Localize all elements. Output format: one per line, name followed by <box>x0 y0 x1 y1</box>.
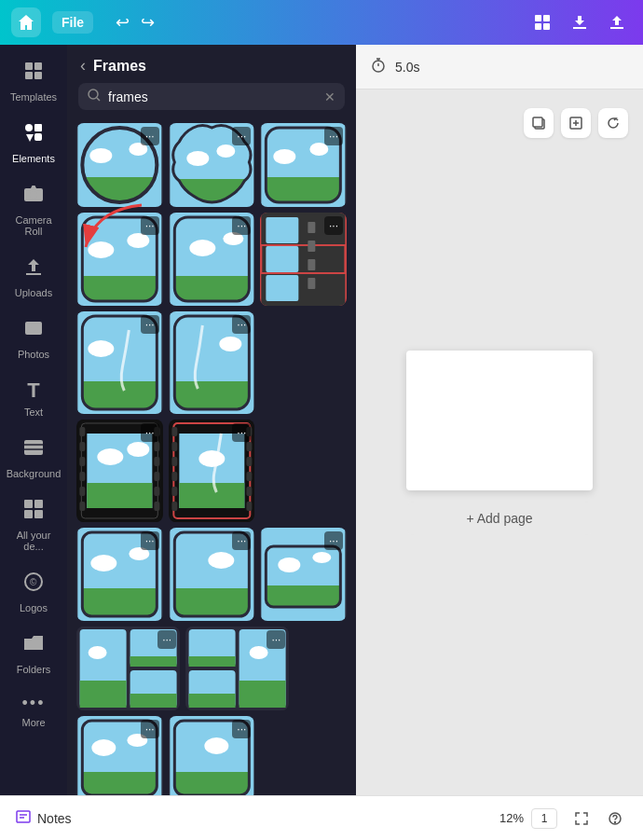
frame-item-landscape-1[interactable]: ··· <box>260 528 347 621</box>
frame-item-portrait-1[interactable]: ··· <box>76 213 163 306</box>
frame-more-5[interactable]: ··· <box>232 216 251 235</box>
sidebar-item-all-your-de[interactable]: All your de... <box>4 490 63 559</box>
svg-rect-99 <box>171 502 177 511</box>
share-button[interactable] <box>602 7 632 37</box>
sidebar-label-text: Text <box>24 406 43 418</box>
frame-item-rounded-sq[interactable]: ··· <box>260 123 347 207</box>
svg-rect-102 <box>246 457 252 466</box>
frame-more-16[interactable]: ··· <box>141 720 159 738</box>
panel-back-button[interactable]: ‹ <box>80 56 86 76</box>
uploads-icon <box>22 255 45 283</box>
notes-icon <box>15 808 32 829</box>
left-sidebar: Templates Elements Camera Roll <box>0 45 67 795</box>
undo-button[interactable]: ↩ <box>112 8 133 36</box>
sidebar-item-elements[interactable]: Elements <box>4 114 63 172</box>
frame-more-13[interactable]: ··· <box>324 531 343 550</box>
frame-item-film-1[interactable]: ··· <box>76 420 163 522</box>
help-button[interactable] <box>602 806 628 832</box>
duplicate-slide-button[interactable] <box>524 108 554 138</box>
frame-item-extra-2[interactable]: ··· <box>169 716 255 795</box>
svg-rect-104 <box>246 487 252 496</box>
svg-point-15 <box>28 324 32 328</box>
svg-rect-83 <box>154 442 159 451</box>
redo-button[interactable]: ↪ <box>137 8 158 36</box>
refresh-button[interactable] <box>598 108 628 138</box>
add-page-button[interactable]: + Add page <box>406 502 593 535</box>
frame-item-multi-2[interactable]: ··· <box>185 627 289 710</box>
frame-item-tall-1[interactable]: ··· <box>76 311 163 414</box>
svg-point-25 <box>89 90 98 99</box>
undo-redo-group: ↩ ↪ <box>112 8 158 36</box>
svg-rect-138 <box>189 694 236 708</box>
frame-more-6[interactable]: ··· <box>324 216 343 235</box>
sidebar-item-background[interactable]: Background <box>4 429 63 487</box>
canvas-top-bar: 5.0s <box>356 45 643 90</box>
sidebar-item-templates[interactable]: Templates <box>4 52 63 110</box>
frame-more-15[interactable]: ··· <box>267 630 285 649</box>
svg-point-141 <box>250 646 268 659</box>
frame-item-portrait-2[interactable]: ··· <box>169 213 255 306</box>
frame-more-8[interactable]: ··· <box>232 315 251 334</box>
bottom-middle: 12% 1 <box>499 808 557 829</box>
svg-point-129 <box>89 646 107 659</box>
frame-more-9[interactable]: ··· <box>141 423 159 442</box>
frame-more-11[interactable]: ··· <box>141 531 159 550</box>
bottom-bar: Notes 12% 1 <box>0 795 643 840</box>
sidebar-item-uploads[interactable]: Uploads <box>4 248 63 306</box>
frame-item-film-2[interactable]: ··· <box>169 420 255 522</box>
frame-more-1[interactable]: ··· <box>141 127 159 145</box>
sidebar-item-more[interactable]: ••• More <box>4 686 63 736</box>
svg-rect-2 <box>535 23 541 30</box>
frame-item-multi-1[interactable]: ··· <box>76 627 180 710</box>
svg-rect-63 <box>308 278 316 289</box>
svg-point-8 <box>25 124 33 131</box>
background-icon <box>22 436 45 464</box>
file-menu[interactable]: File <box>52 11 93 34</box>
frame-item-filmstrip[interactable]: ··· <box>260 213 347 306</box>
grid-button[interactable] <box>527 7 557 37</box>
sidebar-label-photos: Photos <box>18 349 49 360</box>
sidebar-item-camera-roll[interactable]: Camera Roll <box>4 175 63 244</box>
zoom-level: 12% <box>499 811 524 825</box>
frame-more-3[interactable]: ··· <box>324 127 343 145</box>
frame-more-17[interactable]: ··· <box>232 720 251 738</box>
frame-more-10[interactable]: ··· <box>232 423 251 442</box>
frame-more-14[interactable]: ··· <box>157 630 176 649</box>
search-clear-button[interactable]: ✕ <box>324 90 335 104</box>
search-icon <box>88 89 101 104</box>
download-button[interactable] <box>565 7 595 37</box>
frame-more-4[interactable]: ··· <box>141 216 159 235</box>
svg-rect-159 <box>533 117 542 127</box>
frame-more-12[interactable]: ··· <box>232 531 251 550</box>
frame-item-tall-2[interactable]: ··· <box>169 311 255 414</box>
svg-rect-76 <box>79 427 85 436</box>
sidebar-item-photos[interactable]: Photos <box>4 310 63 367</box>
frame-item-wavy[interactable]: ··· <box>169 123 255 207</box>
sidebar-item-logos[interactable]: © Logos <box>4 563 63 621</box>
panel: ‹ Frames ✕ ··· <box>67 45 356 795</box>
sidebar-item-folders[interactable]: Folders <box>4 625 63 682</box>
frame-row-5: ··· ··· <box>76 528 347 621</box>
frame-more-2[interactable]: ··· <box>232 127 251 145</box>
svg-point-123 <box>279 558 301 572</box>
frame-item-extra-1[interactable]: ··· <box>76 716 163 795</box>
svg-rect-57 <box>267 246 299 272</box>
sidebar-item-text[interactable]: T Text <box>4 371 63 425</box>
frame-item-portrait-4[interactable]: ··· <box>169 528 255 621</box>
frame-more-7[interactable]: ··· <box>141 315 159 334</box>
svg-rect-94 <box>171 427 177 436</box>
svg-rect-3 <box>543 23 550 30</box>
expand-button[interactable] <box>568 806 595 832</box>
svg-rect-77 <box>79 442 85 451</box>
add-slide-button[interactable] <box>561 108 591 138</box>
elements-icon <box>22 121 45 149</box>
home-button[interactable] <box>11 7 41 37</box>
frame-item-circle[interactable]: ··· <box>76 123 163 207</box>
svg-point-36 <box>216 145 235 158</box>
svg-point-145 <box>91 739 116 756</box>
text-icon: T <box>27 379 39 403</box>
notes-button[interactable]: Notes <box>15 808 72 829</box>
frame-item-portrait-3[interactable]: ··· <box>76 528 163 621</box>
search-input[interactable] <box>108 90 317 104</box>
svg-point-52 <box>189 240 215 256</box>
